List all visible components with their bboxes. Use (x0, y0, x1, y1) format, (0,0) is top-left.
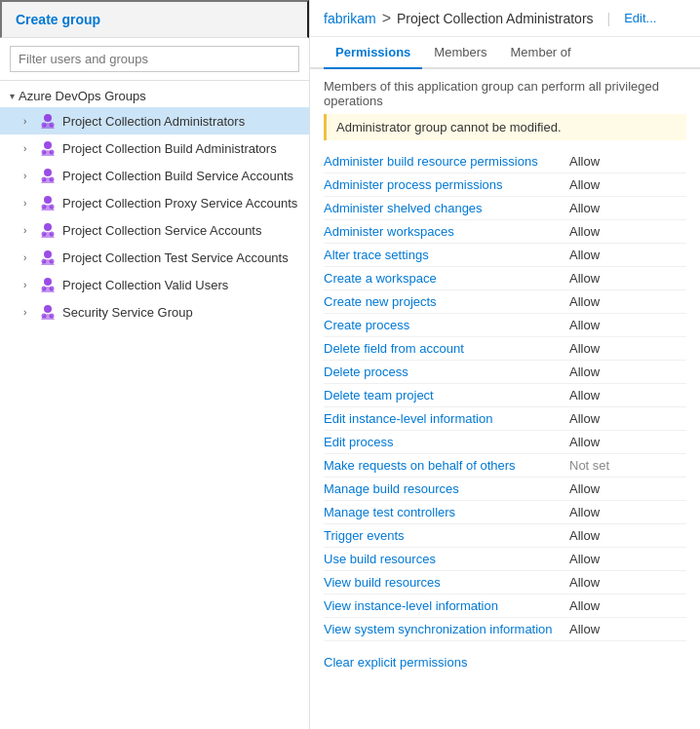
group-icon (39, 167, 57, 184)
expand-arrow-icon: › (23, 116, 33, 127)
create-group-button[interactable]: Create group (0, 0, 309, 38)
permission-name[interactable]: Edit process (324, 435, 569, 449)
breadcrumb-org[interactable]: fabrikam (324, 11, 376, 26)
group-label: Project Collection Test Service Accounts (62, 250, 289, 265)
expand-arrow-icon: › (23, 225, 33, 236)
sidebar-item-pctsa[interactable]: › Project Collection Test Service Accoun… (0, 244, 309, 271)
permission-value: Allow (569, 154, 686, 169)
table-row: Create a workspace Allow (324, 267, 686, 290)
expand-arrow-icon: › (23, 198, 33, 209)
permissions-list: Administer build resource permissions Al… (324, 150, 686, 641)
expand-arrow-icon: › (23, 280, 33, 290)
permission-name[interactable]: Manage build resources (324, 481, 569, 496)
tabs-bar: PermissionsMembersMember of (310, 37, 700, 69)
permission-name[interactable]: Administer build resource permissions (324, 154, 569, 169)
permission-name[interactable]: Delete team project (324, 388, 569, 403)
table-row: View system synchronization information … (324, 618, 686, 641)
sidebar-item-pcvu[interactable]: › Project Collection Valid Users (0, 271, 309, 298)
permission-name[interactable]: Delete field from account (324, 341, 569, 356)
permission-name[interactable]: View build resources (324, 575, 569, 590)
permission-name[interactable]: Delete process (324, 364, 569, 379)
svg-point-6 (44, 169, 52, 176)
left-panel: Create group ▾ Azure DevOps Groups › Pro… (0, 0, 310, 729)
tab-permissions[interactable]: Permissions (324, 37, 422, 69)
permission-name[interactable]: Edit instance-level information (324, 411, 569, 426)
sidebar-item-pcsa[interactable]: › Project Collection Service Accounts (0, 216, 309, 244)
permission-value: Allow (569, 481, 686, 496)
clear-permissions-link[interactable]: Clear explicit permissions (324, 655, 467, 670)
group-icon (39, 221, 57, 239)
group-label: Project Collection Proxy Service Account… (62, 196, 297, 211)
group-label: Project Collection Build Service Account… (62, 169, 293, 183)
permission-name[interactable]: Create new projects (324, 294, 569, 309)
info-text: Members of this application group can pe… (324, 79, 686, 108)
breadcrumb-group: Project Collection Administrators (397, 11, 594, 26)
filter-input-wrap (0, 38, 309, 81)
sidebar-item-pcpsa[interactable]: › Project Collection Proxy Service Accou… (0, 189, 309, 216)
section-label: ▾ Azure DevOps Groups (0, 81, 309, 107)
permission-name[interactable]: Administer workspaces (324, 224, 569, 239)
permission-value: Allow (569, 341, 686, 356)
group-list: › Project Collection Administrators › Pr… (0, 107, 309, 729)
table-row: Manage build resources Allow (324, 478, 686, 501)
permission-name[interactable]: Administer process permissions (324, 177, 569, 192)
permission-name[interactable]: Create a workspace (324, 271, 569, 286)
permission-value: Allow (569, 388, 686, 403)
table-row: Administer workspaces Allow (324, 220, 686, 244)
permission-name[interactable]: Create process (324, 318, 569, 332)
permission-name[interactable]: View system synchronization information (324, 622, 569, 636)
permission-value: Allow (569, 528, 686, 543)
permission-value: Allow (569, 575, 686, 590)
sidebar-item-pcba[interactable]: › Project Collection Build Administrator… (0, 134, 309, 162)
table-row: Edit process Allow (324, 431, 686, 454)
permission-name[interactable]: Use build resources (324, 552, 569, 566)
section-chevron-icon: ▾ (10, 91, 15, 101)
svg-point-18 (44, 278, 52, 286)
filter-input[interactable] (10, 46, 299, 72)
group-label: Project Collection Build Administrators (62, 141, 277, 156)
expand-arrow-icon: › (23, 143, 33, 154)
tab-member_of[interactable]: Member of (499, 37, 583, 69)
permission-value: Allow (569, 248, 686, 262)
group-label: Project Collection Valid Users (62, 278, 228, 292)
svg-point-15 (44, 250, 52, 258)
right-panel: fabrikam > Project Collection Administra… (310, 0, 700, 729)
tab-members[interactable]: Members (422, 37, 498, 69)
permission-name[interactable]: Administer shelved changes (324, 201, 569, 215)
svg-point-12 (44, 223, 52, 231)
group-icon (39, 249, 57, 266)
permission-name[interactable]: Make requests on behalf of others (324, 458, 569, 473)
table-row: Alter trace settings Allow (324, 244, 686, 267)
permission-value: Allow (569, 435, 686, 449)
table-row: Make requests on behalf of others Not se… (324, 454, 686, 478)
permission-name[interactable]: Alter trace settings (324, 248, 569, 262)
permission-value: Allow (569, 294, 686, 309)
permission-value: Allow (569, 177, 686, 192)
svg-point-0 (44, 114, 52, 122)
group-label: Security Service Group (62, 305, 193, 320)
group-label: Project Collection Service Accounts (62, 223, 261, 238)
table-row: Administer shelved changes Allow (324, 197, 686, 220)
permission-name[interactable]: Trigger events (324, 528, 569, 543)
table-row: View instance-level information Allow (324, 595, 686, 618)
breadcrumb: fabrikam > Project Collection Administra… (310, 0, 700, 37)
table-row: View build resources Allow (324, 571, 686, 595)
permission-value: Allow (569, 201, 686, 215)
permission-value: Allow (569, 598, 686, 613)
table-row: Trigger events Allow (324, 524, 686, 548)
svg-point-9 (44, 196, 52, 204)
expand-arrow-icon: › (23, 307, 33, 318)
svg-point-21 (44, 305, 52, 313)
edit-link[interactable]: Edit... (624, 11, 656, 25)
permission-value: Allow (569, 224, 686, 239)
group-icon (39, 112, 57, 130)
sidebar-item-pca[interactable]: › Project Collection Administrators (0, 107, 309, 134)
section-label-text: Azure DevOps Groups (19, 89, 146, 103)
sidebar-item-ssg[interactable]: › Security Service Group (0, 298, 309, 326)
table-row: Manage test controllers Allow (324, 501, 686, 524)
sidebar-item-pcbsa[interactable]: › Project Collection Build Service Accou… (0, 162, 309, 189)
permission-value: Allow (569, 364, 686, 379)
table-row: Edit instance-level information Allow (324, 407, 686, 431)
permission-name[interactable]: View instance-level information (324, 598, 569, 613)
permission-name[interactable]: Manage test controllers (324, 505, 569, 519)
